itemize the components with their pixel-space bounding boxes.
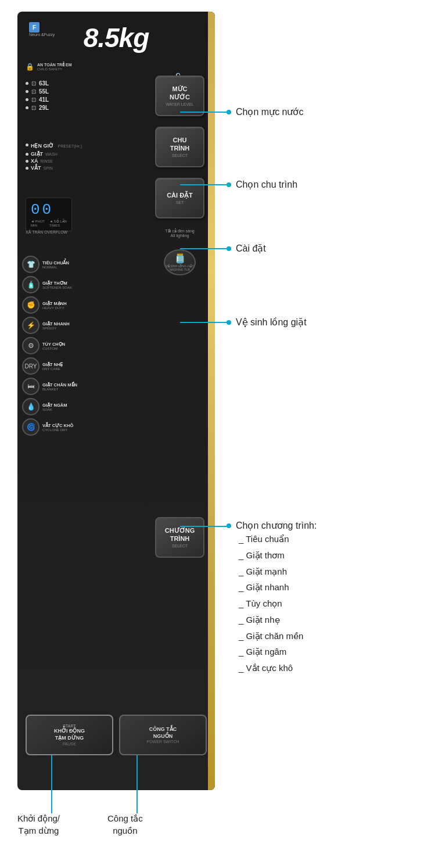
brand-logo: F Neuro &Fuzzy [29, 22, 55, 37]
giat-chan-en: BLANKET [42, 388, 77, 391]
dot [26, 167, 28, 170]
tieu-chuan-mode: 👕 TIÊU CHUẨN NORMAL [22, 256, 77, 273]
lock-icon: 🔒 [26, 63, 34, 71]
tub-label: VỆ SINH LỒNG GIẶTWASHING TUB [166, 265, 193, 271]
annotation-ve-sinh-text: Vệ sinh lồng giặt [236, 317, 307, 328]
annotation-dot [227, 320, 231, 325]
water-41-label: 41L [39, 96, 49, 103]
annotation-ve-sinh: Vệ sinh lồng giặt [180, 317, 307, 328]
chu-trinh-label: CHUTRÌNH [170, 137, 190, 152]
giat-chan-icon: 🛏 [22, 378, 39, 395]
giat-ngam-icon: 💧 [22, 398, 39, 415]
annotation-chu-trinh-text: Chọn chu trình [236, 179, 297, 190]
vat-cuc-kho-vi: VẮT CỰC KHÔ [42, 423, 73, 428]
giat-nhe-en: DRY CARE [42, 367, 63, 371]
cong-tac-label: CÔNG TẮCNGUỒN [149, 726, 177, 740]
giat-thom-icon: 🧴 [22, 276, 39, 293]
chu-trinh-button[interactable]: CHUTRÌNH SELECT [155, 127, 204, 167]
giat-thom-vi: GIẶT THƠM [42, 281, 72, 286]
annotation-dot [227, 182, 231, 187]
khoi-dong-button[interactable]: START KHỞI ĐỘNGTẠM DỪNG PAUSE [26, 715, 113, 755]
giat-ngam-en: SOAK [42, 408, 67, 411]
display-digits: 00 [31, 201, 67, 218]
all-lighting-label: Tắt cả đèn sáng All lighting [165, 229, 194, 239]
giat-nhanh-en: SPEEDY [42, 327, 70, 330]
list-item: _ Giặt ngâm [239, 644, 317, 660]
list-item: _ Giặt thơm [239, 547, 317, 564]
pause-label: PAUSE [63, 742, 76, 746]
giat-manh-en: HEAVY DUTY [42, 306, 67, 310]
machine-header: F Neuro &Fuzzy 8.5kg [17, 12, 215, 59]
annotation-muc-nuoc-text: Chọn mực nước [236, 106, 303, 117]
giat-nhanh-vi: GIẶT NHANH [42, 321, 70, 327]
hen-gio-en: PRESET(Hr.) [58, 144, 82, 148]
giat-chan-vi: GIẶT CHĂN MỀN [42, 382, 77, 388]
water-63-label: 63L [39, 80, 49, 87]
display-label-solan: ◄ SỐ LẦNTIMES [49, 220, 67, 228]
annotation-line [180, 112, 227, 113]
cong-tac-annotation: Công tắcnguồn [107, 812, 143, 837]
tuy-chon-en: CUSTOM [42, 347, 65, 350]
display-label-phut: ◄ PHÚTMIN [31, 220, 45, 228]
giat-manh-vi: GIẶT MẠNH [42, 301, 67, 306]
water-icon: ⊡ [31, 96, 36, 103]
dot [26, 106, 28, 109]
annotation-line [180, 184, 227, 185]
xa-vi: XÁ [31, 158, 38, 164]
vat-cuc-kho-icon: 🌀 [22, 418, 39, 436]
giat-nhe-mode: DRY GIẶT NHẸ DRY CARE [22, 357, 77, 375]
xa-tran-label: XÃ TRÀN OVERFLOW [26, 230, 67, 234]
giat-manh-icon: ✊ [22, 296, 39, 314]
dot [26, 90, 28, 93]
annotation-cai-dat-text: Cài đặt [236, 243, 266, 254]
annotation-dot [227, 246, 231, 251]
dot [26, 153, 28, 156]
water-levels: ⊡ 63L ⊡ 55L ⊡ 41L ⊡ 29L [26, 80, 49, 113]
annotation-cai-dat: Cài đặt [180, 243, 266, 254]
khoi-dong-label: KHỞI ĐỘNGTẠM DỪNG [54, 728, 85, 741]
vat-cuc-kho-en: CYCLONE DRY [42, 428, 73, 432]
dot [26, 144, 28, 146]
annotation-dot [227, 523, 231, 528]
giat-chan-mode: 🛏 GIẶT CHĂN MỀN BLANKET [22, 378, 77, 395]
tuy-chon-vi: TÙY CHỌN [42, 342, 65, 347]
program-list: _ Tiêu chuẩn _ Giặt thơm _ Giặt mạnh _ G… [236, 531, 317, 676]
cong-tac-button[interactable]: CÔNG TẮCNGUỒN POWER SWITCH [119, 715, 207, 755]
khoi-dong-annotation: Khởi động/Tạm dừng [17, 812, 60, 837]
cong-tac-vert-line [136, 755, 138, 813]
chuong-trinh-title: Chọn chương trình: [236, 520, 317, 531]
annotation-chuong-trinh: Chọn chương trình: _ Tiêu chuẩn _ Giặt t… [180, 520, 317, 676]
display-panel: 00 ◄ PHÚTMIN ◄ SỐ LẦNTIMES [26, 198, 72, 231]
water-level-63: ⊡ 63L [26, 80, 49, 87]
dot [26, 82, 28, 85]
bottom-buttons-row: START KHỞI ĐỘNGTẠM DỪNG PAUSE CÔNG TẮCNG… [26, 715, 207, 755]
xa-en: RINSE [41, 159, 53, 163]
child-safety-en: CHILD SAFETY [37, 67, 71, 71]
tieu-chuan-vi: TIÊU CHUẨN [42, 260, 69, 266]
vat-vi: VẮT [31, 165, 41, 171]
cai-dat-label: CÀI ĐẶT [167, 192, 193, 199]
list-item: _ Giặt nhẹ [239, 612, 317, 628]
tieu-chuan-icon: 👕 [22, 256, 39, 273]
water-icon: ⊡ [31, 80, 36, 87]
dot [26, 98, 28, 101]
program-modes: HẸN GIỜ PRESET(Hr.) GIẶT WASH XÁ RINSE V… [26, 139, 82, 171]
list-item: _ Giặt nhanh [239, 579, 317, 596]
child-safety: 🔒 AN TOÀN TRẺ EM CHILD SAFETY [26, 63, 71, 71]
tuy-chon-mode: ⚙ TÙY CHỌN CUSTOM [22, 337, 77, 354]
water-55-label: 55L [39, 88, 49, 95]
giat-en: WASH [45, 152, 58, 156]
giat-nhe-vi: GIẶT NHẸ [42, 362, 63, 367]
list-item: _ Giặt chăn mền [239, 628, 317, 644]
annotation-chu-trinh: Chọn chu trình [180, 179, 297, 190]
giat-nhe-icon: DRY [22, 357, 39, 375]
annotation-dot [227, 110, 231, 114]
list-item: _ Tùy chọn [239, 596, 317, 612]
list-item: _ Vắt cực khô [239, 660, 317, 676]
khoi-dong-vert-line [51, 755, 52, 813]
water-level-41: ⊡ 41L [26, 96, 49, 103]
giat-nhanh-icon: ⚡ [22, 317, 39, 334]
brand-f-icon: F [29, 22, 39, 33]
tub-icon: 🫙 [174, 253, 186, 264]
power-switch-label: POWER SWITCH [147, 740, 179, 744]
